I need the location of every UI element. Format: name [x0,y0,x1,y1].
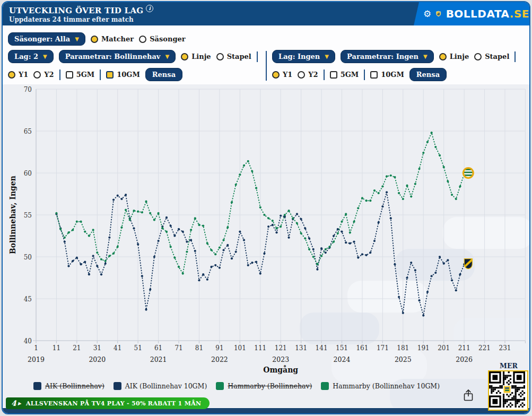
panel-divider [266,51,267,81]
header: UTVECKLING ÖVER TID LAGi Uppdateras 24 t… [3,2,529,25]
chevron-down-icon: ▼ [423,54,428,59]
legend-swatch [216,382,224,390]
radio-icon[interactable] [272,71,280,79]
radio-icon[interactable] [216,53,224,60]
qr-code [488,370,528,411]
watermark-shape [453,318,529,351]
header-brand-area: ⚙ BOLLDATA.SE [414,2,529,25]
legend-label: Hammarby (Bollinnehav) [228,382,312,390]
radio-icon[interactable] [439,53,447,60]
radio-icon[interactable] [181,53,188,60]
chevron-down-icon: ▼ [43,54,47,59]
rensa-button-right[interactable]: Rensa [409,68,447,81]
radio-icon[interactable] [298,71,305,79]
watermark-shape [443,217,529,249]
legend-label: AIK (Bollinnehav) [45,382,104,390]
bolldata-shield-icon [436,5,441,23]
param-dropdown-left[interactable]: Parametrar: Bollinnehav▼ [59,50,176,63]
legend-swatch [114,382,121,390]
chart-area [3,84,529,408]
divider [324,70,325,80]
gm10-checkbox-left[interactable]: 10GM [106,71,140,79]
lag-dropdown-right[interactable]: Lag: Ingen▼ [272,50,335,63]
radio-icon[interactable] [474,53,482,60]
mode-radio-matcher[interactable]: Matcher [91,35,134,43]
tv4-logo-icon: 4▶ [11,399,21,408]
controls-bar: Säsonger: Alla▼ Matcher Säsonger Lag: 2▼… [3,25,529,84]
watermark-shape [300,313,379,344]
legend-item[interactable]: AIK (Bollinnehav 10GM) [114,382,207,390]
y1-radio-left[interactable]: Y1 [8,71,28,79]
legend-item[interactable]: AIK (Bollinnehav) [33,382,104,390]
watermark-shape [395,249,475,281]
lag-dropdown-left[interactable]: Lag: 2▼ [8,50,54,63]
radio-icon[interactable] [139,36,146,43]
divider [59,70,60,80]
legend-swatch [321,382,329,390]
gm10-checkbox-right[interactable]: 10GM [370,71,404,79]
legend-label: Hammarby (Bollinnehav 10GM) [333,382,440,390]
panel-left: Lag: 2▼ Parametrar: Bollinnehav▼ Linje S… [8,50,261,81]
panel-right: Lag: Ingen▼ Parametrar: Ingen▼ Linje Sta… [272,50,526,81]
linje-radio-left[interactable]: Linje [181,53,211,60]
gm5-checkbox-left[interactable]: 5GM [66,71,95,79]
watermark-shape [347,281,427,313]
gear-icon[interactable]: ⚙ [423,8,431,19]
page-subtitle: Uppdateras 24 timmar efter match [9,16,153,23]
chevron-down-icon: ▼ [75,36,79,42]
rensa-button-left[interactable]: Rensa [145,68,182,81]
divider [257,51,258,62]
chart-legend: AIK (Bollinnehav)AIK (Bollinnehav 10GM)H… [33,382,440,390]
y2-radio-left[interactable]: Y2 [33,71,54,79]
linje-radio-right[interactable]: Linje [439,53,469,60]
bolldata-widget: UTVECKLING ÖVER TID LAGi Uppdateras 24 t… [2,1,530,414]
share-icon[interactable] [463,389,474,402]
radio-icon[interactable] [91,36,98,43]
param-dropdown-right[interactable]: Parametrar: Ingen▼ [341,50,434,63]
seasons-row: Säsonger: Alla▼ Matcher Säsonger [8,32,186,46]
legend-item[interactable]: Hammarby (Bollinnehav 10GM) [321,382,440,390]
legend-item[interactable]: Hammarby (Bollinnehav) [216,382,312,390]
checkbox-icon[interactable] [330,71,337,79]
gm5-checkbox-right[interactable]: 5GM [330,71,359,79]
divider [100,70,101,80]
play-icon: ▶ [18,401,21,406]
checkbox-icon[interactable] [106,71,114,79]
info-icon[interactable]: i [146,5,153,12]
checkbox-icon[interactable] [66,71,73,79]
page-title: UTVECKLING ÖVER TID LAG [9,6,143,15]
tv4-promo-banner[interactable]: 4▶ ALLSVENSKAN PÅ TV4 PLAY - 50% RABATT … [6,397,210,409]
promo-text: ALLSVENSKAN PÅ TV4 PLAY - 50% RABATT 1 M… [26,400,201,407]
divider [364,70,365,80]
radio-icon[interactable] [8,71,15,79]
y2-radio-right[interactable]: Y2 [298,71,318,79]
chevron-down-icon: ▼ [165,54,169,59]
stapel-radio-left[interactable]: Stapel [216,53,251,60]
seasons-dropdown[interactable]: Säsonger: Alla▼ [8,32,85,46]
header-titles: UTVECKLING ÖVER TID LAGi Uppdateras 24 t… [9,5,153,23]
y1-radio-right[interactable]: Y1 [272,71,292,79]
mode-radio-seasons[interactable]: Säsonger [139,35,185,43]
legend-swatch [33,382,41,390]
radio-icon[interactable] [33,71,41,79]
divider [514,51,516,62]
stapel-radio-right[interactable]: Stapel [474,53,509,60]
chevron-down-icon: ▼ [325,54,329,59]
watermark-shape [332,350,427,383]
checkbox-icon[interactable] [370,71,378,79]
brand-logo[interactable]: BOLLDATA.SE [446,7,529,20]
legend-label: AIK (Bollinnehav 10GM) [125,382,207,390]
